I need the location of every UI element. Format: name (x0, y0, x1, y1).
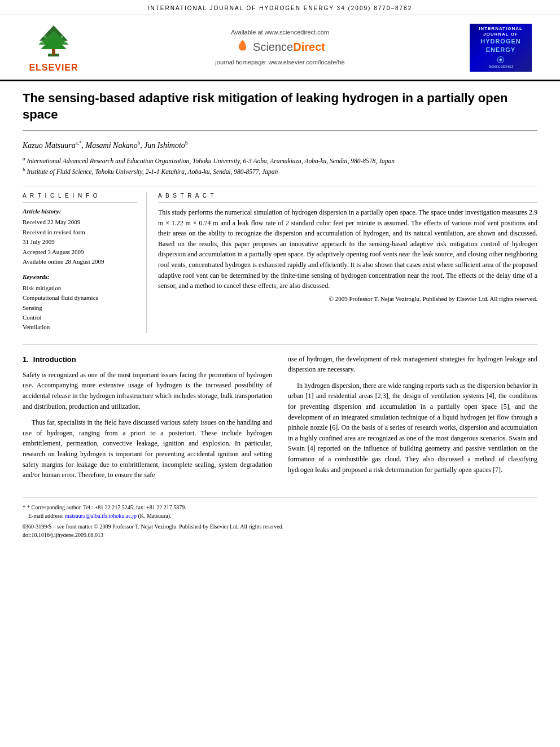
main-content: The sensing-based adaptive risk mitigati… (0, 81, 560, 551)
cover-publisher: ScienceDirect (488, 64, 513, 69)
journal-cover-title: International Journal of HYDROGEN ENERGY (479, 26, 523, 54)
page-footer: * * Corresponding author. Tel.: +81 22 2… (23, 497, 537, 540)
affiliations: a International Advanced Research and Ed… (23, 155, 537, 177)
body-two-col: 1.Introduction Safety is recognized as o… (23, 354, 537, 486)
svg-point-8 (64, 41, 66, 43)
keyword-4: Control (23, 313, 137, 322)
article-info-col: A R T I C L E I N F O Article history: R… (23, 192, 147, 333)
journal-homepage-text: journal homepage: www.elsevier.com/locat… (90, 58, 470, 67)
author1-sup: a,* (76, 140, 82, 146)
journal-cover: International Journal of HYDROGEN ENERGY… (470, 24, 532, 72)
sciencedirect-logo: ScienceDirect (90, 39, 470, 55)
journal-header: INTERNATIONAL JOURNAL OF HYDROGEN ENERGY… (0, 0, 560, 15)
intro-para2: Thus far, specialists in the field have … (23, 417, 272, 480)
author1-name: Kazuo Matsuura (23, 141, 76, 149)
elsevier-wordmark: ELSEVIER (29, 62, 78, 74)
keyword-2: Computational fluid dynamics (23, 294, 137, 302)
intro-right-para2: In hydrogen dispersion, there are wide r… (288, 381, 537, 475)
affiliation-a: a International Advanced Research and Ed… (23, 155, 537, 166)
keyword-3: Sensing (23, 304, 137, 312)
intro-right-para1: use of hydrogen, the development of risk… (288, 354, 537, 375)
affiliation-b: b Institute of Fluid Science, Tohoku Uni… (23, 166, 537, 177)
section1-number: 1. (23, 355, 29, 364)
sciencedirect-text: ScienceDirect (253, 39, 325, 55)
author3-sup: b (185, 140, 188, 146)
article-title: The sensing-based adaptive risk mitigati… (23, 90, 537, 130)
article-info-header: A R T I C L E I N F O (23, 192, 137, 203)
abstract-copyright: © 2009 Professor T. Nejat Veziroglu. Pub… (158, 295, 537, 303)
svg-point-5 (44, 36, 46, 38)
journal-cover-area: International Journal of HYDROGEN ENERGY… (470, 24, 543, 72)
available-at-text: Available at www.sciencedirect.com (90, 28, 470, 37)
svg-point-6 (61, 36, 63, 38)
cover-graphic (487, 56, 515, 64)
section1-title: Introduction (33, 355, 76, 364)
abstract-col: A B S T R A C T This study performs the … (158, 192, 537, 333)
author2-name: , Masami Nakano (81, 141, 137, 149)
article-history-title: Article history: (23, 207, 137, 216)
intro-para1: Safety is recognized as one of the most … (23, 370, 272, 412)
issn-line: 0360-3199/$ – see front matter © 2009 Pr… (23, 522, 537, 531)
keywords-title: Keywords: (23, 273, 137, 281)
email-line: E-mail address: matsuura@alba.ifs.tohoku… (23, 512, 537, 520)
received-date: Received 22 May 2009 (23, 218, 137, 226)
article-info-abstract: A R T I C L E I N F O Article history: R… (23, 186, 537, 333)
keyword-1: Risk mitigation (23, 284, 137, 292)
author-email: matsuura@alba.ifs.tohoku.ac.jp (65, 513, 137, 519)
author3-name: , Jun Ishimoto (140, 141, 185, 149)
elsevier-logo-area: ELSEVIER (17, 21, 90, 74)
authors-line: Kazuo Matsuuraa,*, Masami Nakanob, Jun I… (23, 139, 537, 151)
banner-center: Available at www.sciencedirect.com Scien… (90, 28, 470, 67)
elsevier-logo: ELSEVIER (17, 21, 90, 74)
keywords-section: Keywords: Risk mitigation Computational … (23, 273, 137, 331)
svg-point-7 (41, 41, 43, 43)
revised-date: 31 July 2009 (23, 238, 137, 246)
doi-line: doi:10.1016/j.ijhydene.2009.08.013 (23, 531, 537, 539)
abstract-text: This study performs the numerical simula… (158, 207, 537, 291)
journal-banner: ELSEVIER Available at www.sciencedirect.… (0, 15, 560, 81)
section-divider (23, 344, 537, 345)
sciencedirect-icon (235, 39, 251, 55)
corresponding-author: * * Corresponding author. Tel.: +81 22 2… (23, 503, 537, 512)
received-revised-label: Received in revised form (23, 228, 137, 237)
body-left-col: 1.Introduction Safety is recognized as o… (23, 354, 272, 486)
section1-heading: 1.Introduction (23, 354, 272, 365)
svg-point-11 (500, 59, 501, 60)
body-right-col: use of hydrogen, the development of risk… (288, 354, 537, 486)
abstract-header: A B S T R A C T (158, 192, 537, 203)
available-online: Available online 28 August 2009 (23, 257, 137, 266)
accepted-date: Accepted 3 August 2009 (23, 248, 137, 256)
keyword-5: Ventilation (23, 323, 137, 331)
elsevier-tree-icon (28, 21, 79, 60)
